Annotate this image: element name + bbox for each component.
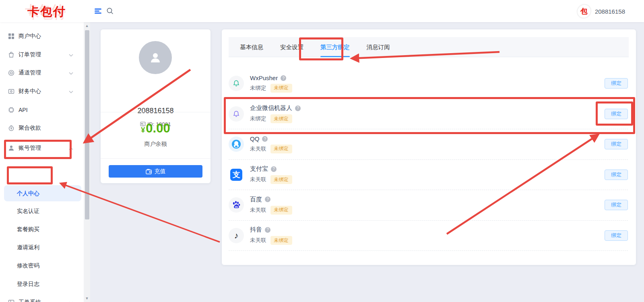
binding-list: WxPusher? 未绑定未绑定 绑定 企业微信机器人? 未绑定未绑定 绑定 Q… bbox=[229, 68, 628, 251]
topbar-username: 208816158 bbox=[595, 8, 625, 15]
bell-purple-icon bbox=[229, 106, 244, 122]
binding-name: QQ bbox=[250, 135, 259, 142]
channel-icon bbox=[8, 70, 14, 76]
bell-green-icon bbox=[229, 76, 244, 91]
sidebar-scrollbar[interactable]: ▲ ▼ bbox=[84, 22, 90, 302]
binding-row-alipay: 支 支付宝? 未关联未绑定 绑定 bbox=[229, 160, 628, 190]
binding-row-baidu: du 百度? 未关联未绑定 绑定 bbox=[229, 190, 628, 221]
binding-row-wecom-bot: 企业微信机器人? 未绑定未绑定 绑定 bbox=[229, 99, 628, 130]
chevron-down-icon bbox=[69, 70, 73, 76]
sidebar-item-invite-rebate[interactable]: 邀请返利 bbox=[0, 238, 84, 256]
tab-basic-info[interactable]: 基本信息 bbox=[240, 37, 263, 57]
binding-status: 未关联 bbox=[250, 237, 266, 244]
wallet-icon bbox=[146, 169, 152, 174]
scroll-down-icon[interactable]: ▼ bbox=[85, 296, 89, 300]
chevron-up-icon bbox=[69, 145, 73, 151]
binding-name: 百度 bbox=[250, 196, 262, 203]
binding-row-douyin: ♪ 抖音? 未关联未绑定 绑定 bbox=[229, 221, 628, 251]
sidebar-item-api[interactable]: API bbox=[0, 101, 84, 119]
binding-row-wxpusher: WxPusher? 未绑定未绑定 绑定 bbox=[229, 68, 628, 99]
help-icon[interactable]: ? bbox=[265, 227, 270, 233]
sidebar-item-change-password[interactable]: 修改密码 bbox=[0, 256, 84, 274]
merchant-username: 208816158 bbox=[101, 107, 211, 115]
binding-row-qq: QQ? 未关联未绑定 绑定 bbox=[229, 129, 628, 160]
help-icon[interactable]: ? bbox=[262, 136, 268, 142]
orders-icon bbox=[8, 52, 14, 58]
user-avatar: 包 bbox=[577, 4, 591, 18]
binding-status: 未关联 bbox=[250, 145, 266, 153]
recharge-button[interactable]: 充值 bbox=[109, 165, 202, 178]
bind-button[interactable]: 绑定 bbox=[605, 200, 628, 210]
divider bbox=[101, 112, 211, 112]
status-badge: 未绑定 bbox=[270, 114, 292, 123]
bind-button[interactable]: 绑定 bbox=[605, 170, 628, 180]
sidebar-item-merchant-center[interactable]: 商户中心 bbox=[0, 27, 84, 45]
tab-message-subscription[interactable]: 消息订阅 bbox=[367, 37, 390, 57]
account-icon bbox=[8, 145, 14, 151]
douyin-icon: ♪ bbox=[229, 228, 244, 243]
help-icon[interactable]: ? bbox=[271, 166, 277, 172]
search-icon[interactable] bbox=[106, 7, 114, 16]
merchant-balance: ¥0.00 bbox=[101, 121, 211, 136]
binding-status: 未绑定 bbox=[250, 85, 266, 92]
svg-text:du: du bbox=[235, 205, 238, 208]
help-icon[interactable]: ? bbox=[265, 197, 270, 202]
scroll-up-icon[interactable]: ▲ bbox=[85, 24, 89, 28]
status-badge: 未绑定 bbox=[270, 206, 292, 215]
bind-button[interactable]: 绑定 bbox=[605, 78, 628, 89]
bind-button[interactable]: 绑定 bbox=[605, 139, 628, 149]
binding-name: 支付宝 bbox=[250, 165, 268, 172]
topbar: 卡包付 包 208816158 bbox=[0, 0, 644, 22]
sidebar-item-aggregate-collection[interactable]: 聚合收款 bbox=[0, 119, 84, 137]
sidebar-item-account-management[interactable]: 账号管理 bbox=[0, 139, 84, 157]
binding-name: 抖音 bbox=[250, 226, 262, 233]
binding-name: WxPusher bbox=[250, 74, 278, 81]
binding-name: 企业微信机器人 bbox=[250, 104, 292, 111]
binding-status: 未关联 bbox=[250, 207, 266, 214]
chevron-down-icon bbox=[69, 52, 73, 58]
baidu-icon: du bbox=[229, 197, 244, 213]
profile-card: 208816158 ID: 10001 ¥0.00 商户余额 充值 bbox=[101, 29, 211, 183]
app-logo: 卡包付 bbox=[27, 4, 66, 20]
topbar-user[interactable]: 包 208816158 bbox=[577, 4, 625, 19]
sidebar-item-personal-center[interactable]: 个人中心 bbox=[0, 184, 84, 202]
bind-button[interactable]: 绑定 bbox=[605, 230, 628, 241]
scrollbar-thumb[interactable] bbox=[85, 30, 89, 219]
dashboard-icon bbox=[8, 33, 14, 39]
status-badge: 未绑定 bbox=[270, 145, 292, 153]
sidebar-item-ticket-system[interactable]: 工单系统 bbox=[0, 294, 84, 302]
binding-status: 未绑定 bbox=[250, 115, 266, 122]
api-icon bbox=[8, 107, 14, 113]
sidebar-item-login-log[interactable]: 登录日志 bbox=[0, 275, 84, 293]
tab-security-settings[interactable]: 安全设置 bbox=[280, 37, 303, 57]
sidebar-item-realname-auth[interactable]: 实名认证 bbox=[0, 202, 84, 220]
third-party-binding-panel: 基本信息 安全设置 第三方绑定 消息订阅 WxPusher? 未绑定未绑定 绑定… bbox=[222, 29, 636, 265]
divider bbox=[101, 158, 211, 159]
tab-bar: 基本信息 安全设置 第三方绑定 消息订阅 bbox=[229, 37, 629, 57]
collapse-menu-icon[interactable] bbox=[95, 8, 101, 14]
sidebar-item-channel-management[interactable]: 通道管理 bbox=[0, 64, 84, 82]
ticket-icon bbox=[8, 299, 14, 302]
bind-button[interactable]: 绑定 bbox=[605, 109, 628, 119]
sidebar: 商户中心 订单管理 通道管理 财务中心 API 聚合收款 账号管理 个人中心 实… bbox=[0, 22, 84, 302]
binding-status: 未关联 bbox=[250, 176, 266, 183]
status-badge: 未绑定 bbox=[270, 84, 292, 93]
alipay-icon: 支 bbox=[229, 167, 244, 182]
status-badge: 未绑定 bbox=[270, 236, 292, 245]
qq-icon bbox=[229, 137, 244, 152]
help-icon[interactable]: ? bbox=[295, 105, 301, 111]
collect-icon bbox=[8, 125, 14, 131]
balance-label: 商户余额 bbox=[101, 141, 211, 148]
sidebar-item-finance-center[interactable]: 财务中心 bbox=[0, 83, 84, 100]
finance-icon bbox=[8, 88, 14, 95]
avatar bbox=[139, 41, 172, 74]
help-icon[interactable]: ? bbox=[281, 75, 286, 81]
status-badge: 未绑定 bbox=[270, 175, 292, 184]
chevron-down-icon bbox=[69, 299, 73, 302]
sidebar-item-order-management[interactable]: 订单管理 bbox=[0, 46, 84, 64]
chevron-down-icon bbox=[69, 88, 73, 95]
sidebar-item-package-purchase[interactable]: 套餐购买 bbox=[0, 220, 84, 238]
tab-third-party-binding[interactable]: 第三方绑定 bbox=[320, 37, 350, 57]
